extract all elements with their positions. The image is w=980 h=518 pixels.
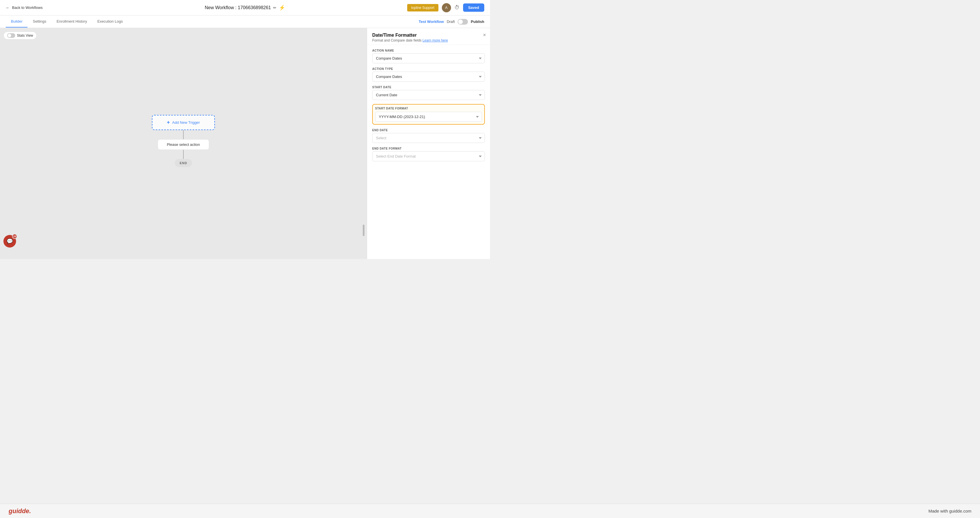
tab-right-actions: Test Workflow Draft Publish — [418, 19, 484, 25]
publish-button[interactable]: Publish — [471, 19, 484, 24]
saved-button[interactable]: Saved — [463, 3, 484, 12]
action-type-select[interactable]: Compare Dates — [372, 72, 485, 82]
end-date-select[interactable]: Select — [372, 133, 485, 143]
tab-enrollment[interactable]: Enrollment History — [51, 16, 92, 27]
end-date-field: END DATE Select — [372, 129, 485, 143]
end-date-format-label: END DATE FORMAT — [372, 147, 485, 150]
tab-bar: Builder Settings Enrollment History Exec… — [0, 16, 490, 28]
start-date-format-select[interactable]: YYYY-MM-DD (2023-12-21) — [375, 112, 482, 122]
start-date-field: START DATE Current Date — [372, 86, 485, 100]
tab-settings[interactable]: Settings — [27, 16, 51, 27]
action-type-field: ACTION TYPE Compare Dates — [372, 67, 485, 82]
trigger-node[interactable]: + Add New Trigger — [152, 115, 215, 130]
end-date-format-field: END DATE FORMAT Select End Date Format — [372, 147, 485, 161]
connector-line-1 — [183, 130, 184, 139]
tab-execution[interactable]: Execution Logs — [92, 16, 128, 27]
test-workflow-button[interactable]: Test Workflow — [418, 19, 444, 24]
panel-body: ACTION NAME Compare Dates ACTION TYPE Co… — [367, 45, 490, 165]
canvas-scrollbar[interactable] — [363, 225, 364, 236]
stats-switch — [7, 33, 15, 38]
nav-left: ← Back to Workflows — [6, 5, 43, 10]
stats-label: Stats View — [17, 33, 33, 38]
end-date-label: END DATE — [372, 129, 485, 132]
lightning-icon: ⚡ — [279, 5, 285, 11]
stats-view-toggle[interactable]: Stats View — [3, 32, 37, 40]
start-date-label: START DATE — [372, 86, 485, 89]
trigger-label: Add New Trigger — [172, 120, 200, 125]
end-date-format-select[interactable]: Select End Date Format — [372, 151, 485, 161]
workflow-title: New Workflow : 1706636898261 — [205, 5, 271, 10]
nav-center: New Workflow : 1706636898261 ✏ ⚡ — [205, 5, 285, 11]
side-panel: Date/Time Formatter Format and Compare d… — [367, 28, 490, 259]
panel-header: Date/Time Formatter Format and Compare d… — [367, 28, 490, 45]
action-name-select[interactable]: Compare Dates — [372, 53, 485, 63]
start-date-select[interactable]: Current Date — [372, 90, 485, 100]
stats-knob — [8, 34, 11, 37]
close-panel-button[interactable]: × — [483, 32, 486, 38]
edit-icon[interactable]: ✏ — [273, 5, 277, 10]
toggle-knob — [458, 19, 463, 24]
action-name-label: ACTION NAME — [372, 49, 485, 52]
connector-line-2 — [183, 150, 184, 159]
chat-badge: 28 — [12, 234, 17, 239]
tabs-container: Builder Settings Enrollment History Exec… — [6, 16, 128, 27]
action-node[interactable]: Please select action — [158, 139, 209, 150]
workflow-nodes: + Add New Trigger Please select action E… — [152, 115, 215, 167]
support-button[interactable]: topline Support — [407, 4, 438, 11]
top-nav: ← Back to Workflows New Workflow : 17066… — [0, 0, 490, 16]
start-date-format-label: START DATE FORMAT — [375, 107, 482, 110]
start-date-format-field: START DATE FORMAT YYYY-MM-DD (2023-12-21… — [372, 104, 485, 125]
back-arrow-icon: ← — [6, 5, 10, 10]
action-name-field: ACTION NAME Compare Dates — [372, 49, 485, 63]
draft-toggle[interactable] — [458, 19, 468, 25]
action-type-label: ACTION TYPE — [372, 67, 485, 70]
trigger-plus-icon: + — [167, 119, 170, 126]
workflow-canvas[interactable]: Stats View + Add New Trigger Please sele… — [0, 28, 367, 259]
back-to-workflows-link[interactable]: Back to Workflows — [12, 5, 43, 10]
history-icon[interactable]: ⏱ — [455, 5, 460, 11]
learn-more-link[interactable]: Learn more here — [422, 38, 448, 42]
main-area: Stats View + Add New Trigger Please sele… — [0, 28, 490, 259]
chat-icon: 💬 — [6, 238, 13, 245]
tab-builder[interactable]: Builder — [6, 16, 27, 27]
panel-title: Date/Time Formatter — [372, 33, 485, 38]
nav-right: topline Support A ⏱ Saved — [407, 3, 484, 12]
draft-label: Draft — [447, 19, 455, 24]
avatar: A — [442, 3, 451, 12]
panel-subtitle: Format and Compare date fields Learn mor… — [372, 38, 485, 42]
chat-bubble[interactable]: 💬 28 — [3, 235, 16, 248]
end-node: END — [175, 159, 192, 167]
